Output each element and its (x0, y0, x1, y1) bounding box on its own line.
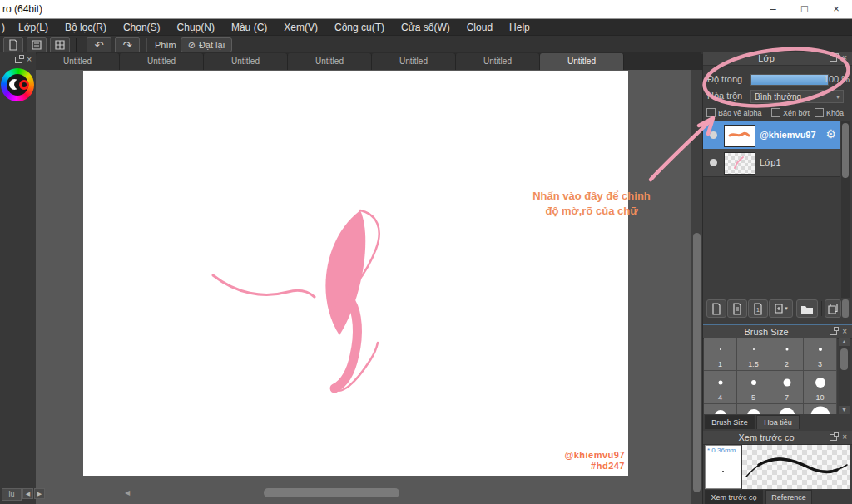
menu-item-capture[interactable]: Chụp(N) (169, 22, 223, 33)
menu-item-view[interactable]: Xem(V) (275, 22, 326, 33)
menu-item-tools[interactable]: Công cụ(T) (326, 22, 393, 33)
popup-panel-icon[interactable] (830, 329, 837, 335)
opacity-slider[interactable] (750, 74, 829, 86)
menu-item-window[interactable]: Cửa sổ(W) (393, 22, 458, 33)
brush-size-value: 10 (804, 393, 836, 402)
layer-list-scrollbar-thumb[interactable] (842, 123, 849, 178)
clipping-checkbox[interactable]: Xén bớt (771, 108, 810, 117)
folder-icon (800, 304, 814, 314)
preview-panel-title: Xem trước cọ (703, 432, 830, 442)
menu-item-select[interactable]: Chọn(S) (115, 22, 169, 33)
document-tab[interactable]: Untitled (288, 53, 372, 70)
menu-item-color[interactable]: Màu (C) (223, 22, 275, 33)
tab-reference[interactable]: Reference (765, 490, 812, 504)
export-button[interactable] (27, 37, 47, 53)
menu-item-help[interactable]: Help (501, 22, 538, 33)
document-tab-active[interactable]: Untitled (540, 53, 624, 70)
layer-visibility-icon[interactable] (710, 131, 717, 139)
redo-button[interactable]: ↷ (115, 37, 140, 53)
layer-lines-icon (731, 303, 743, 315)
menu-item-filter[interactable]: Bộ lọc(R) (57, 22, 115, 33)
restore-button[interactable]: □ (789, 0, 820, 18)
duplicate-layer-button[interactable] (825, 299, 841, 318)
vertical-scrollbar[interactable] (691, 70, 702, 504)
brush-scrollbar-thumb[interactable] (840, 348, 848, 370)
document-tab[interactable]: Untitled (372, 53, 456, 70)
blend-mode-select[interactable]: Bình thường ▾ (750, 90, 844, 103)
new-folder-button[interactable] (796, 299, 818, 318)
document-tab[interactable]: Untitled (456, 53, 540, 70)
brush-size-cell[interactable] (804, 404, 836, 414)
brush-size-cell[interactable]: 1.5 (737, 338, 770, 370)
minimize-button[interactable]: – (757, 0, 789, 18)
brush-size-cell[interactable]: 2 (770, 338, 803, 370)
toolbar-separator (76, 38, 77, 52)
add-halftone-layer-button[interactable] (727, 299, 747, 318)
brush-dot-icon (783, 379, 790, 387)
reset-button[interactable]: ⊘ Đặt lại (181, 37, 232, 52)
tab-brush-size[interactable]: Brush Size (705, 415, 755, 429)
color-marker-icon[interactable] (19, 80, 29, 90)
tab-brush-preview[interactable]: Xem trước cọ (705, 490, 763, 504)
menu-item-truncated[interactable]: ) (0, 22, 10, 33)
document-tab[interactable]: Untitled (36, 53, 120, 70)
gear-icon[interactable]: ⚙ (825, 128, 836, 140)
lock-checkbox[interactable]: Khóa (815, 108, 844, 117)
vertical-scrollbar-thumb[interactable] (693, 233, 701, 492)
add-layer-menu-button[interactable]: ▾ (769, 299, 793, 318)
protect-alpha-label: Bảo vệ alpha (718, 109, 762, 117)
scroll-up-button[interactable]: ▲ (839, 338, 850, 346)
nav-prev-button[interactable]: ◀ (22, 488, 33, 499)
close-panel-icon[interactable]: × (27, 55, 32, 64)
document-tab[interactable]: Untitled (204, 53, 288, 70)
undo-button[interactable]: ↶ (87, 37, 111, 53)
close-panel-icon[interactable]: × (842, 326, 847, 338)
horizontal-scrollbar-thumb[interactable] (264, 488, 399, 497)
brush-size-value: 1 (704, 360, 736, 368)
svg-text:1: 1 (756, 307, 760, 313)
protect-alpha-checkbox[interactable]: Bảo vệ alpha (706, 108, 762, 117)
new-file-button[interactable] (3, 37, 23, 53)
scroll-down-button[interactable]: ▼ (839, 406, 850, 414)
popup-panel-icon[interactable] (830, 434, 837, 441)
add-layer-button[interactable] (706, 299, 726, 318)
close-panel-icon[interactable]: × (842, 432, 847, 443)
brush-size-cell[interactable]: 1 (704, 338, 736, 370)
add-8bit-layer-button[interactable]: 1 (748, 299, 768, 318)
grid-view-button[interactable] (50, 37, 70, 53)
panel-scrollbar-thumb[interactable] (842, 299, 849, 318)
brush-size-cell[interactable]: 7 (770, 371, 803, 403)
brush-size-value: 2 (770, 360, 803, 368)
brush-size-cell[interactable]: 4 (704, 371, 736, 403)
color-wheel[interactable] (1, 68, 34, 101)
close-panel-icon[interactable]: × (842, 52, 847, 64)
popup-panel-icon[interactable] (15, 57, 22, 63)
document-tab[interactable]: Untitled (120, 53, 204, 70)
layer-row-selected[interactable]: @khiemvu97 ⚙ (703, 121, 840, 150)
drawing-canvas[interactable]: @khiemvu97 #hd247 (83, 71, 628, 476)
layer-visibility-icon[interactable] (710, 159, 717, 166)
brush-size-cell[interactable] (704, 404, 736, 414)
brush-tip-dot-icon (722, 471, 724, 472)
popup-panel-icon[interactable] (830, 55, 837, 62)
layer-thumbnail[interactable] (724, 152, 755, 175)
chevron-down-icon: ▾ (836, 93, 840, 101)
menu-item-layer[interactable]: Lớp(L) (10, 22, 57, 33)
layer-panel-header: Lớp × (703, 52, 852, 66)
brush-size-cell[interactable]: 3 (804, 338, 836, 370)
close-button[interactable]: × (820, 0, 852, 18)
brush-dot-icon (718, 381, 722, 385)
hscroll-left-icon[interactable]: ◀ (123, 489, 131, 497)
nav-next-button[interactable]: ▶ (34, 488, 45, 499)
layer-thumbnail[interactable] (724, 125, 755, 147)
brush-dot-icon (720, 348, 721, 350)
brush-size-value: 1.5 (737, 360, 770, 368)
brush-size-cell[interactable] (770, 404, 803, 414)
color-wheel-center[interactable] (7, 74, 28, 96)
tab-materials[interactable]: Hoa tiêu (756, 415, 800, 429)
brush-size-cell[interactable]: 10 (804, 371, 836, 403)
brush-size-cell[interactable]: 5 (737, 371, 770, 403)
menu-item-cloud[interactable]: Cloud (458, 22, 501, 33)
brush-size-cell[interactable] (737, 404, 770, 414)
layer-row[interactable]: Lớp1 (703, 149, 840, 177)
